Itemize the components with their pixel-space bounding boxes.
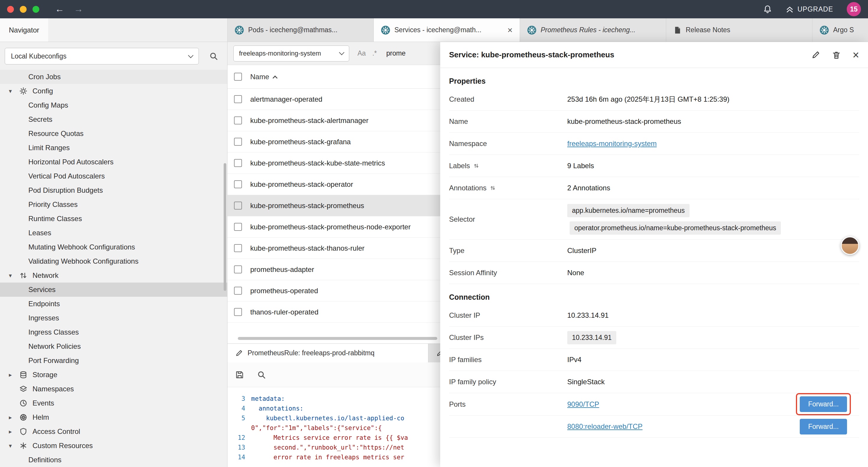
row-checkbox[interactable] <box>234 95 242 103</box>
kubernetes-icon <box>381 25 390 35</box>
sidebar-item-limit-ranges[interactable]: Limit Ranges <box>0 141 227 155</box>
back-button[interactable]: ← <box>53 4 66 14</box>
chevron-down-icon[interactable]: ▾ <box>9 87 20 95</box>
sidebar-item-helm[interactable]: ▸ Helm <box>0 410 227 425</box>
sidebar-item-pod-disruption-budgets[interactable]: Pod Disruption Budgets <box>0 183 227 198</box>
port-link-9090[interactable]: 9090/TCP <box>567 400 599 408</box>
expand-toggle-icon[interactable] <box>490 185 495 191</box>
sidebar-item-port-forwarding[interactable]: Port Forwarding <box>0 353 227 368</box>
close-window-button[interactable] <box>7 6 14 13</box>
save-icon[interactable] <box>235 370 244 379</box>
tab-services[interactable]: Services - icecheng@math... × <box>374 18 520 42</box>
sidebar-item-secrets[interactable]: Secrets <box>0 112 227 126</box>
sidebar-item-namespaces[interactable]: Namespaces <box>0 382 227 396</box>
chevron-down-icon[interactable]: ▾ <box>9 272 20 279</box>
section-title-properties: Properties <box>449 77 859 85</box>
property-row-cluster-ip: Cluster IP 10.233.14.91 <box>449 304 859 327</box>
match-case-toggle[interactable]: Aa <box>358 49 366 57</box>
kubeconfig-selector-value: Local Kubeconfigs <box>11 52 66 60</box>
kubernetes-icon <box>527 25 536 35</box>
sidebar-item-services[interactable]: Services <box>0 283 227 297</box>
regex-toggle[interactable]: .* <box>372 49 377 57</box>
chevron-right-icon[interactable]: ▸ <box>9 428 20 435</box>
sidebar-item-config[interactable]: ▾ Config <box>0 84 227 98</box>
port-link-8080[interactable]: 8080:reloader-web/TCP <box>567 422 643 430</box>
column-header-name[interactable]: Name <box>250 73 277 81</box>
search-icon[interactable] <box>205 52 222 61</box>
search-icon[interactable] <box>257 370 266 379</box>
row-checkbox[interactable] <box>234 265 242 273</box>
sidebar-item-horizontal-pod-autoscalers[interactable]: Horizontal Pod Autoscalers <box>0 155 227 169</box>
dock-tab-prometheusrule[interactable]: PrometheusRule: freeleaps-prod-rabbitmq <box>227 344 428 362</box>
chevron-right-icon[interactable]: ▸ <box>9 414 20 421</box>
sidebar-item-runtime-classes[interactable]: Runtime Classes <box>0 212 227 226</box>
select-all-checkbox[interactable] <box>234 73 242 81</box>
scrollbar-thumb[interactable] <box>238 337 437 340</box>
search-input[interactable]: Aa .* prome <box>358 49 406 57</box>
minimize-window-button[interactable] <box>20 6 27 13</box>
row-checkbox[interactable] <box>234 223 242 231</box>
sidebar-item-storage[interactable]: ▸ Storage <box>0 368 227 382</box>
property-row-namespace: Namespace freeleaps-monitoring-system <box>449 133 859 155</box>
upgrade-button[interactable]: UPGRADE <box>785 5 833 13</box>
tab-prometheus-rules[interactable]: Prometheus Rules - icecheng... <box>520 18 666 42</box>
forward-button-8080[interactable]: Forward... <box>800 419 847 435</box>
row-checkbox[interactable] <box>234 138 242 146</box>
close-tab-icon[interactable]: × <box>507 25 513 35</box>
zoom-window-button[interactable] <box>32 6 39 13</box>
sidebar-item-ingress-classes[interactable]: Ingress Classes <box>0 325 227 339</box>
events-clock-icon <box>20 399 32 407</box>
sidebar-item-resource-quotas[interactable]: Resource Quotas <box>0 126 227 141</box>
chevron-right-icon[interactable]: ▸ <box>9 371 20 378</box>
row-checkbox[interactable] <box>234 116 242 124</box>
sidebar-item-leases[interactable]: Leases <box>0 226 227 240</box>
sidebar-item-vertical-pod-autoscalers[interactable]: Vertical Pod Autoscalers <box>0 169 227 183</box>
tab-pods[interactable]: Pods - icecheng@mathmas... <box>227 18 374 42</box>
sidebar-item-endpoints[interactable]: Endpoints <box>0 297 227 311</box>
row-checkbox[interactable] <box>234 180 242 188</box>
row-checkbox[interactable] <box>234 159 242 167</box>
row-checkbox[interactable] <box>234 287 242 295</box>
sidebar-item-definitions[interactable]: Definitions <box>0 453 227 467</box>
property-row-selector: Selector app.kubernetes.io/name=promethe… <box>449 199 859 240</box>
close-panel-icon[interactable]: × <box>852 49 859 61</box>
forward-button-9090[interactable]: Forward... <box>800 396 847 412</box>
sidebar-item-custom-resources[interactable]: ▾ Custom Resources <box>0 439 227 453</box>
kubeconfig-selector[interactable]: Local Kubeconfigs <box>5 48 199 64</box>
sidebar-scrollbar[interactable] <box>224 163 226 291</box>
tab-label: Services - icecheng@math... <box>395 26 502 34</box>
sidebar-item-cron-jobs[interactable]: Cron Jobs <box>0 70 227 84</box>
expand-toggle-icon[interactable] <box>473 163 479 169</box>
sidebar-item-access-control[interactable]: ▸ Access Control <box>0 425 227 439</box>
row-checkbox[interactable] <box>234 202 242 209</box>
line-number: 3 <box>227 395 251 402</box>
forward-button[interactable]: → <box>72 4 85 14</box>
namespace-link[interactable]: freeleaps-monitoring-system <box>567 140 657 147</box>
sidebar-item-events[interactable]: Events <box>0 396 227 410</box>
notifications-bell-icon[interactable] <box>763 5 772 13</box>
sidebar-item-network-policies[interactable]: Network Policies <box>0 339 227 353</box>
tab-bar: Navigator Pods - icecheng@mathmas... Ser… <box>0 18 868 42</box>
custom-resources-asterisk-icon <box>20 442 32 449</box>
code-line: annotations: <box>251 405 303 412</box>
property-row-labels: Labels 9 Labels <box>449 155 859 177</box>
sidebar-item-ingresses[interactable]: Ingresses <box>0 311 227 325</box>
sidebar-item-mutating-webhook-configurations[interactable]: Mutating Webhook Configurations <box>0 240 227 254</box>
notification-count-badge[interactable]: 15 <box>847 2 861 16</box>
sidebar-item-priority-classes[interactable]: Priority Classes <box>0 198 227 212</box>
row-checkbox[interactable] <box>234 308 242 316</box>
sidebar-item-validating-webhook-configurations[interactable]: Validating Webhook Configurations <box>0 254 227 268</box>
chevron-down-icon <box>339 50 344 55</box>
sidebar-item-network[interactable]: ▾ Network <box>0 268 227 283</box>
traffic-lights <box>7 6 39 13</box>
tab-argo[interactable]: Argo S <box>812 18 863 42</box>
namespace-filter-dropdown[interactable]: freeleaps-monitoring-system <box>234 46 349 61</box>
row-checkbox[interactable] <box>234 244 242 252</box>
delete-trash-icon[interactable] <box>832 51 841 59</box>
tab-release-notes[interactable]: Release Notes <box>666 18 812 42</box>
chevron-down-icon[interactable]: ▾ <box>9 442 20 449</box>
edit-pencil-icon[interactable] <box>811 51 820 59</box>
sidebar-item-config-maps[interactable]: Config Maps <box>0 98 227 112</box>
document-icon <box>673 25 682 35</box>
code-line: Metrics service error rate is {{ $va <box>251 434 408 441</box>
